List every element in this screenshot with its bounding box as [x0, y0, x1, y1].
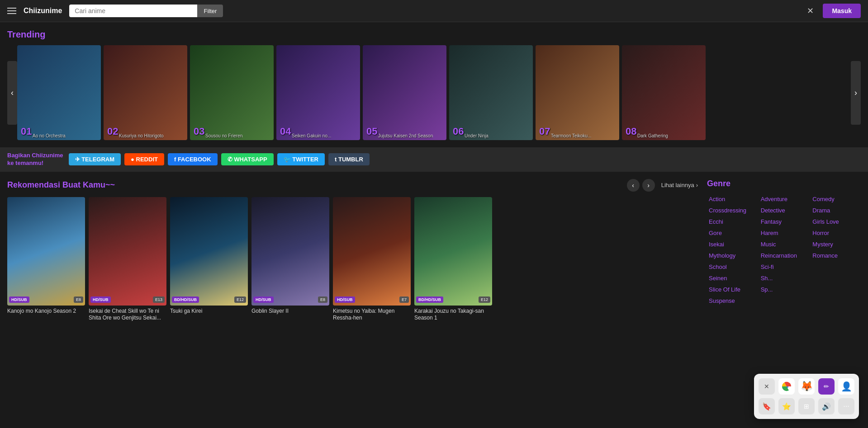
login-button[interactable]: Masuk [823, 4, 861, 18]
share-telegram-button[interactable]: ✈ TELEGRAM [69, 153, 121, 165]
genre-item-sp...[interactable]: Sp... [759, 285, 809, 294]
trending-number: 08 [626, 126, 636, 137]
genre-item-reincarnation[interactable]: Reincarnation [759, 251, 809, 260]
nav-arrows: ‹ › Lihat lainnya › [627, 179, 698, 192]
trending-item[interactable]: 03 Sousou no Frieren [190, 45, 274, 140]
genre-item-music[interactable]: Music [759, 240, 809, 249]
genre-item-harem[interactable]: Harem [759, 229, 809, 237]
hamburger-menu[interactable] [7, 8, 16, 14]
popup-firefox-icon[interactable]: 🦊 [798, 378, 815, 395]
anime-poster: HD/SUB E8 [7, 197, 85, 306]
genre-item-ecchi[interactable]: Ecchi [707, 217, 757, 226]
anime-title: Tsuki ga Kirei [170, 308, 248, 315]
genre-item-detective[interactable]: Detective [759, 206, 809, 215]
trending-item-title: Jujutsu Kaisen 2nd Season [378, 133, 433, 138]
anime-badges: HD/SUB E8 [9, 296, 83, 303]
trending-section: Trending ‹ 01 Ao no Orchestra 02 Kusuriy… [0, 22, 868, 144]
search-input[interactable] [69, 5, 197, 17]
trending-item-title: Sousou no Frieren [205, 133, 242, 138]
badge-sub: BD/HD/SUB [172, 296, 199, 303]
popup-face-icon[interactable]: 👤 [838, 378, 854, 395]
header: Chiizunime Filter ✕ Masuk [0, 0, 868, 22]
genre-item-slice-of-life[interactable]: Slice Of Life [707, 285, 757, 294]
next-arrow[interactable]: › [642, 179, 655, 192]
share-twitter-button[interactable]: 🐦 TWITTER [277, 153, 325, 165]
anime-badges: HD/SUB E8 [253, 296, 327, 303]
anime-title: Karakai Jouzu no Takagi-san Season 1 [414, 308, 492, 322]
trending-item[interactable]: 04 Seiken Gakuin no... [276, 45, 360, 140]
anime-title: Kanojo mo Kanojo Season 2 [7, 308, 85, 315]
badge-sub: HD/SUB [253, 296, 274, 303]
badge-sub: BD/HD/SUB [416, 296, 443, 303]
badge-ep: E12 [479, 296, 490, 303]
badge-ep: E8 [318, 296, 327, 303]
genre-item-girls-love[interactable]: Girls Love [811, 217, 861, 226]
genre-item-sh...[interactable]: Sh... [759, 274, 809, 282]
badge-ep: E7 [399, 296, 409, 303]
genre-item-horror[interactable]: Horror [811, 229, 861, 237]
genre-item-empty [811, 274, 861, 282]
recommendations-header: Rekomendasi Buat Kamu~~ ‹ › Lihat lainny… [7, 179, 698, 192]
genre-item-suspense[interactable]: Suspense [707, 296, 757, 305]
genre-item-isekai[interactable]: Isekai [707, 240, 757, 249]
genre-item-mythology[interactable]: Mythology [707, 251, 757, 260]
filter-button[interactable]: Filter [197, 5, 223, 17]
popup-bookmark-icon[interactable]: 🔖 [759, 398, 775, 414]
popup-purple-icon[interactable]: ✏ [818, 378, 835, 395]
share-whatsapp-button[interactable]: ✆ WHATSAPP [221, 153, 274, 165]
anime-badges: HD/SUB E13 [90, 296, 165, 303]
prev-arrow[interactable]: ‹ [627, 179, 640, 192]
carousel-track: 01 Ao no Orchestra 02 Kusuriya no Hitori… [17, 45, 851, 140]
genre-item-seinen[interactable]: Seinen [707, 274, 757, 282]
carousel-prev-button[interactable]: ‹ [7, 61, 17, 125]
genre-item-school[interactable]: School [707, 263, 757, 271]
trending-number: 05 [366, 126, 377, 137]
anime-card[interactable]: BD/HD/SUB E12 Tsuki ga Kirei [170, 197, 248, 322]
trending-item[interactable]: 05 Jujutsu Kaisen 2nd Season [363, 45, 446, 140]
trending-number: 04 [280, 126, 291, 137]
trending-item-title: Tearmoon Teikoku... [551, 133, 591, 138]
genre-item-adventure[interactable]: Adventure [759, 195, 809, 203]
anime-card[interactable]: HD/SUB E7 Kimetsu no Yaiba: Mugen Ressha… [333, 197, 411, 322]
genre-item-sci-fi[interactable]: Sci-fi [759, 263, 809, 271]
trending-item[interactable]: 01 Ao no Orchestra [17, 45, 101, 140]
popup-chrome-icon[interactable] [778, 378, 795, 395]
popup-grid-icon[interactable]: ⊞ [798, 398, 815, 414]
share-tumblr-button[interactable]: t TUMBLR [328, 153, 370, 165]
anime-poster: HD/SUB E13 [89, 197, 166, 306]
popup-more-icon[interactable]: ··· [838, 398, 854, 414]
close-icon[interactable]: ✕ [805, 4, 816, 18]
anime-card[interactable]: HD/SUB E8 Goblin Slayer II [251, 197, 329, 322]
genre-item-gore[interactable]: Gore [707, 229, 757, 237]
trending-item[interactable]: 08 Dark Gathering [622, 45, 706, 140]
genre-item-action[interactable]: Action [707, 195, 757, 203]
carousel-next-button[interactable]: › [851, 61, 861, 125]
trending-item[interactable]: 02 Kusuriya no Hitorigoto [104, 45, 187, 140]
share-reddit-button[interactable]: ● REDDIT [124, 153, 164, 165]
trending-item-title: Dark Gathering [637, 133, 668, 138]
genre-item-crossdressing[interactable]: Crossdressing [707, 206, 757, 215]
trending-item-title: Ao no Orchestra [33, 133, 66, 138]
trending-number: 01 [21, 126, 32, 137]
genre-item-fantasy[interactable]: Fantasy [759, 217, 809, 226]
share-facebook-button[interactable]: f FACEBOOK [168, 153, 218, 165]
genre-item-romance[interactable]: Romance [811, 251, 861, 260]
badge-ep: E13 [153, 296, 165, 303]
anime-card[interactable]: HD/SUB E8 Kanojo mo Kanojo Season 2 [7, 197, 85, 322]
badge-ep: E8 [74, 296, 83, 303]
main-content: Rekomendasi Buat Kamu~~ ‹ › Lihat lainny… [0, 172, 868, 329]
popup-star-icon[interactable]: ⭐ [778, 398, 795, 414]
trending-item-title: Seiken Gakuin no... [292, 133, 331, 138]
genre-item-comedy[interactable]: Comedy [811, 195, 861, 203]
popup-close-icon[interactable]: ✕ [759, 378, 775, 395]
genre-item-mystery[interactable]: Mystery [811, 240, 861, 249]
popup-volume-icon[interactable]: 🔊 [818, 398, 835, 414]
lihat-lainnya[interactable]: Lihat lainnya › [661, 182, 698, 188]
anime-title: Goblin Slayer II [251, 308, 329, 315]
trending-carousel: ‹ 01 Ao no Orchestra 02 Kusuriya no Hito… [7, 45, 861, 140]
anime-card[interactable]: HD/SUB E13 Isekai de Cheat Skill wo Te n… [89, 197, 166, 322]
anime-card[interactable]: BD/HD/SUB E12 Karakai Jouzu no Takagi-sa… [414, 197, 492, 322]
genre-item-drama[interactable]: Drama [811, 206, 861, 215]
trending-item[interactable]: 06 Under Ninja [449, 45, 533, 140]
trending-item[interactable]: 07 Tearmoon Teikoku... [536, 45, 619, 140]
